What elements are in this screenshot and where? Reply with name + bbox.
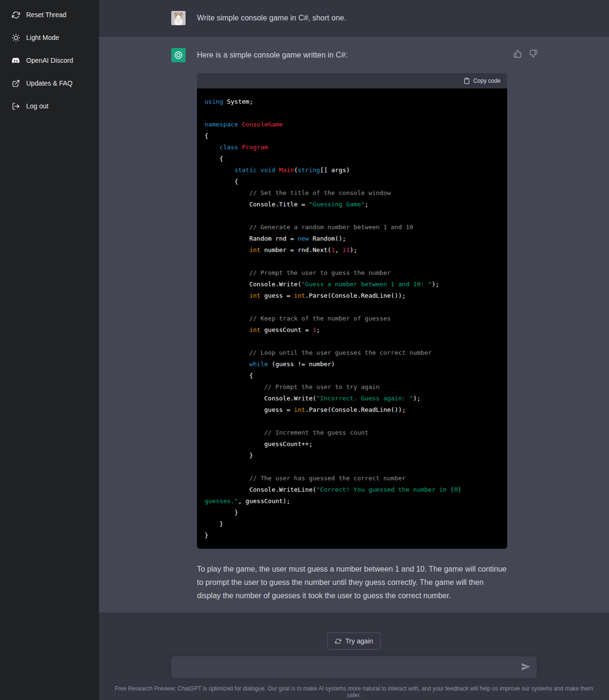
code-line: int guess = int.Parse(Console.ReadLine()… <box>205 290 500 301</box>
logout-icon <box>11 102 20 110</box>
code-line: // Keep track of the number of guesses <box>205 313 500 324</box>
code-line: while (guess != number) <box>205 359 500 370</box>
regenerate-icon <box>335 638 341 644</box>
sidebar-item-label: OpenAI Discord <box>26 57 73 64</box>
code-line: Random rnd = new Random(); <box>205 233 500 244</box>
hamster-avatar-image <box>171 11 186 25</box>
try-again-label: Try again <box>345 637 373 645</box>
copy-code-button[interactable]: Copy code <box>197 73 507 88</box>
clipboard-icon <box>463 78 470 84</box>
code-line: namespace ConsoleGame <box>205 119 500 130</box>
feedback-buttons <box>513 49 538 58</box>
code-line: } <box>205 507 500 518</box>
assistant-intro-text: Here is a simple console game written in… <box>197 48 507 62</box>
code-line: { <box>205 130 500 142</box>
code-line <box>205 336 500 347</box>
chat-input[interactable] <box>171 656 537 678</box>
assistant-outro-text: To play the game, the user must guess a … <box>197 562 507 603</box>
user-avatar <box>171 11 186 25</box>
code-line: Console.Title = "Guessing Game"; <box>205 199 500 210</box>
code-line: } <box>205 518 500 530</box>
code-line: // Prompt the user to guess the number <box>205 267 500 279</box>
sidebar-item-label: Reset Thread <box>26 11 67 19</box>
code-line: // Increment the guess count <box>205 427 500 438</box>
thumbs-down-icon[interactable] <box>529 49 538 58</box>
sidebar-item-light-mode[interactable]: Light Mode <box>0 26 99 49</box>
chat-main: Write simple console game in C#, short o… <box>99 0 609 700</box>
code-line: // Loop until the user guesses the corre… <box>205 347 500 359</box>
code-content: using System; namespace ConsoleGame{ cla… <box>197 88 507 549</box>
code-line: guess = int.Parse(Console.ReadLine()); <box>205 404 500 416</box>
user-message-text: Write simple console game in C#, short o… <box>197 11 507 25</box>
sidebar-item-updates-faq[interactable]: Updates & FAQ <box>0 72 99 95</box>
copy-code-label: Copy code <box>473 78 501 84</box>
code-line: guessCount++; <box>205 438 500 450</box>
thumbs-up-icon[interactable] <box>513 49 522 58</box>
code-line <box>205 256 500 267</box>
light-mode-icon <box>11 33 20 42</box>
app: Reset Thread Light Mode OpenAI Discord U… <box>0 0 609 700</box>
code-line <box>205 416 500 427</box>
external-link-icon <box>11 79 20 88</box>
composer-area: Try again Free Research Preview: ChatGPT… <box>99 613 609 700</box>
code-line <box>205 461 500 473</box>
openai-logo-icon <box>173 50 184 60</box>
code-line: Console.Write("Incorrect. Guess again: "… <box>205 393 500 404</box>
code-line: // Prompt the user to try again <box>205 381 500 393</box>
user-message-row: Write simple console game in C#, short o… <box>99 0 609 37</box>
sidebar-item-label: Updates & FAQ <box>26 79 72 87</box>
code-line: int guessCount = 1; <box>205 324 500 336</box>
code-line: class Program <box>205 142 500 153</box>
code-line: Console.WriteLine("Correct! You guessed … <box>205 484 500 507</box>
code-line: // The user has guessed the correct numb… <box>205 473 500 484</box>
sidebar-item-label: Log out <box>26 102 49 110</box>
code-line <box>205 107 500 119</box>
chat-input-bar <box>171 656 537 678</box>
code-line: { <box>205 153 500 165</box>
send-button[interactable] <box>521 662 531 672</box>
code-line <box>205 301 500 313</box>
code-line: static void Main(string[] args) <box>205 165 500 176</box>
sidebar-item-reset-thread[interactable]: Reset Thread <box>0 3 99 26</box>
code-line: using System; <box>205 96 500 107</box>
code-line: // Set the title of the console window <box>205 187 500 199</box>
footer-disclaimer: Free Research Preview: ChatGPT is optimi… <box>99 685 609 699</box>
send-icon <box>521 662 530 671</box>
try-again-button[interactable]: Try again <box>327 632 381 650</box>
code-block: Copy code using System; namespace Consol… <box>197 73 507 549</box>
code-line: } <box>205 450 500 461</box>
code-line: Console.Write("Guess a number between 1 … <box>205 279 500 290</box>
sidebar-item-log-out[interactable]: Log out <box>0 95 99 117</box>
sidebar: Reset Thread Light Mode OpenAI Discord U… <box>0 0 99 700</box>
sidebar-item-label: Light Mode <box>26 34 59 41</box>
code-line: { <box>205 176 500 187</box>
code-line: // Generate a random number between 1 an… <box>205 222 500 233</box>
code-line <box>205 210 500 222</box>
discord-icon <box>11 56 20 65</box>
code-line: int number = rnd.Next(1, 11); <box>205 244 500 256</box>
reset-icon <box>11 10 20 19</box>
code-line: } <box>205 530 500 541</box>
code-line: { <box>205 370 500 381</box>
sidebar-item-openai-discord[interactable]: OpenAI Discord <box>0 49 99 72</box>
assistant-avatar <box>171 48 186 62</box>
assistant-message-row: Here is a simple console game written in… <box>99 37 609 613</box>
